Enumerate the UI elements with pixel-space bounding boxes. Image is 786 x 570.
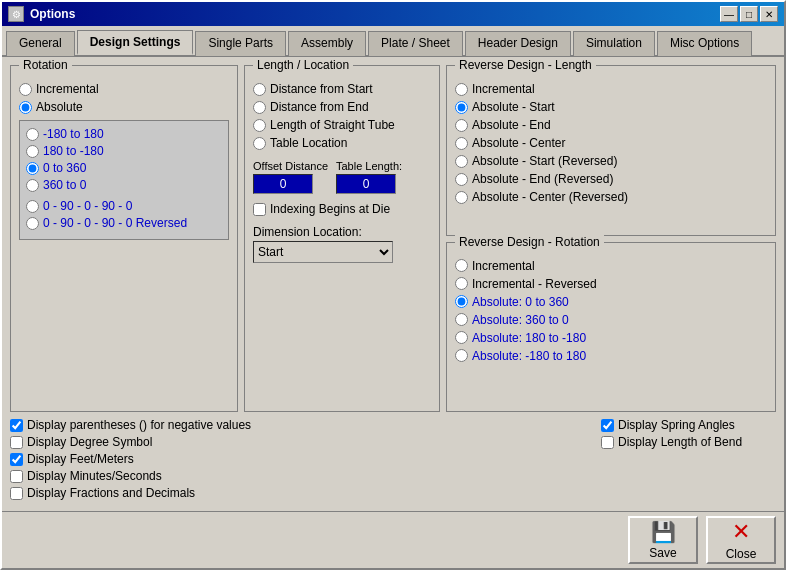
check-degree[interactable]	[10, 436, 23, 449]
rl-abs-start-rev-label[interactable]: Absolute - Start (Reversed)	[472, 154, 617, 168]
range-radio-1[interactable]	[26, 128, 39, 141]
check-minutes-label[interactable]: Display Minutes/Seconds	[27, 469, 162, 483]
rotation-absolute-label[interactable]: Absolute	[36, 100, 83, 114]
check-minutes[interactable]	[10, 470, 23, 483]
ll-distance-end-radio[interactable]	[253, 101, 266, 114]
rl-abs-end-rev-label[interactable]: Absolute - End (Reversed)	[472, 172, 613, 186]
close-icon: ✕	[732, 519, 750, 545]
tab-single-parts[interactable]: Single Parts	[195, 31, 286, 56]
rl-abs-start-radio[interactable]	[455, 101, 468, 114]
check-spring-angles[interactable]	[601, 419, 614, 432]
reverse-length-panel: Reverse Design - Length Incremental Abso…	[446, 65, 776, 236]
ll-table-location-label[interactable]: Table Location	[270, 136, 347, 150]
options-window: ⚙ Options — □ ✕ General Design Settings …	[0, 0, 786, 570]
panels-row: Rotation Incremental Absolute -180 to 18…	[10, 65, 776, 412]
tab-general[interactable]: General	[6, 31, 75, 56]
range-label-3[interactable]: 0 to 360	[43, 161, 86, 175]
rl-abs-end-label[interactable]: Absolute - End	[472, 118, 551, 132]
rr-abs-0-360-label[interactable]: Absolute: 0 to 360	[472, 295, 569, 309]
rr-abs-m180-180-label[interactable]: Absolute: -180 to 180	[472, 349, 586, 363]
dimension-location-select[interactable]: Start End Middle	[253, 241, 393, 263]
offset-field: Offset Distance	[253, 160, 328, 194]
spring-section: Display Spring Angles Display Length of …	[601, 418, 776, 452]
ll-distance-start-radio[interactable]	[253, 83, 266, 96]
minimize-button[interactable]: —	[720, 6, 738, 22]
rl-abs-center-label[interactable]: Absolute - Center	[472, 136, 565, 150]
rr-incremental-radio[interactable]	[455, 259, 468, 272]
check-fractions[interactable]	[10, 487, 23, 500]
ll-distance-start-label[interactable]: Distance from Start	[270, 82, 373, 96]
rr-abs-180-m180-label[interactable]: Absolute: 180 to -180	[472, 331, 586, 345]
rl-abs-center-rev-label[interactable]: Absolute - Center (Reversed)	[472, 190, 628, 204]
indexing-checkbox[interactable]	[253, 203, 266, 216]
reverse-rotation-panel: Reverse Design - Rotation Incremental In…	[446, 242, 776, 413]
rl-abs-end-radio[interactable]	[455, 119, 468, 132]
range-radio-5[interactable]	[26, 200, 39, 213]
check-degree-label[interactable]: Display Degree Symbol	[27, 435, 152, 449]
close-button[interactable]: ✕	[760, 6, 778, 22]
tab-misc-options[interactable]: Misc Options	[657, 31, 752, 56]
rl-abs-start-rev-row: Absolute - Start (Reversed)	[455, 154, 767, 168]
rl-incremental-row: Incremental	[455, 82, 767, 96]
rl-abs-center-rev-radio[interactable]	[455, 191, 468, 204]
rotation-incremental-radio[interactable]	[19, 83, 32, 96]
ll-distance-end-label[interactable]: Distance from End	[270, 100, 369, 114]
rr-abs-180-m180-row: Absolute: 180 to -180	[455, 331, 767, 345]
range-label-2[interactable]: 180 to -180	[43, 144, 104, 158]
tab-design-settings[interactable]: Design Settings	[77, 30, 194, 55]
rr-inc-rev-radio[interactable]	[455, 277, 468, 290]
check-fractions-label[interactable]: Display Fractions and Decimals	[27, 486, 195, 500]
range-radio-4[interactable]	[26, 179, 39, 192]
check-parens-row: Display parentheses () for negative valu…	[10, 418, 595, 432]
rr-abs-180-m180-radio[interactable]	[455, 331, 468, 344]
rr-abs-360-0-label[interactable]: Absolute: 360 to 0	[472, 313, 569, 327]
rl-abs-start-label[interactable]: Absolute - Start	[472, 100, 555, 114]
ll-table-location-row: Table Location	[253, 136, 431, 150]
check-parens[interactable]	[10, 419, 23, 432]
check-parens-label[interactable]: Display parentheses () for negative valu…	[27, 418, 251, 432]
tab-assembly[interactable]: Assembly	[288, 31, 366, 56]
table-input[interactable]	[336, 174, 396, 194]
bottom-panel: Display parentheses () for negative valu…	[10, 418, 776, 503]
range-radio-6[interactable]	[26, 217, 39, 230]
tab-header-design[interactable]: Header Design	[465, 31, 571, 56]
check-spring-label[interactable]: Display Spring Angles	[618, 418, 735, 432]
rr-inc-rev-label[interactable]: Incremental - Reversed	[472, 277, 597, 291]
rr-abs-0-360-row: Absolute: 0 to 360	[455, 295, 767, 309]
rl-incremental-radio[interactable]	[455, 83, 468, 96]
rr-abs-360-0-radio[interactable]	[455, 313, 468, 326]
range-label-6[interactable]: 0 - 90 - 0 - 90 - 0 Reversed	[43, 216, 187, 230]
offset-input[interactable]	[253, 174, 313, 194]
check-bend-length[interactable]	[601, 436, 614, 449]
check-bend-label[interactable]: Display Length of Bend	[618, 435, 742, 449]
rl-abs-end-rev-radio[interactable]	[455, 173, 468, 186]
save-button[interactable]: 💾 Save	[628, 516, 698, 564]
range-radio-2[interactable]	[26, 145, 39, 158]
maximize-button[interactable]: □	[740, 6, 758, 22]
range-label-5[interactable]: 0 - 90 - 0 - 90 - 0	[43, 199, 132, 213]
check-feet[interactable]	[10, 453, 23, 466]
range-radio-3[interactable]	[26, 162, 39, 175]
rotation-incremental-label[interactable]: Incremental	[36, 82, 99, 96]
dimension-location-label-row: Dimension Location:	[253, 225, 431, 239]
tab-simulation[interactable]: Simulation	[573, 31, 655, 56]
rotation-absolute-radio[interactable]	[19, 101, 32, 114]
close-button[interactable]: ✕ Close	[706, 516, 776, 564]
ll-length-straight-label[interactable]: Length of Straight Tube	[270, 118, 395, 132]
range-label-4[interactable]: 360 to 0	[43, 178, 86, 192]
ll-length-straight-radio[interactable]	[253, 119, 266, 132]
close-label: Close	[726, 547, 757, 561]
check-feet-label[interactable]: Display Feet/Meters	[27, 452, 134, 466]
rl-abs-start-row: Absolute - Start	[455, 100, 767, 114]
rl-abs-center-radio[interactable]	[455, 137, 468, 150]
rr-incremental-label[interactable]: Incremental	[472, 259, 535, 273]
rr-abs-m180-180-radio[interactable]	[455, 349, 468, 362]
range-label-1[interactable]: -180 to 180	[43, 127, 104, 141]
rr-inc-rev-row: Incremental - Reversed	[455, 277, 767, 291]
rl-incremental-label[interactable]: Incremental	[472, 82, 535, 96]
rl-abs-start-rev-radio[interactable]	[455, 155, 468, 168]
ll-table-location-radio[interactable]	[253, 137, 266, 150]
tab-plate-sheet[interactable]: Plate / Sheet	[368, 31, 463, 56]
rr-abs-0-360-radio[interactable]	[455, 295, 468, 308]
indexing-label[interactable]: Indexing Begins at Die	[270, 202, 390, 216]
